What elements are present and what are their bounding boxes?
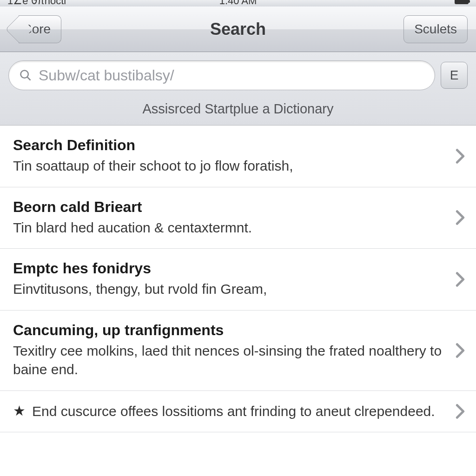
status-time: 1.40 AM	[219, 0, 257, 7]
list-item-subtitle: Einvtitusons, thengy, but rvold fin Grea…	[13, 280, 447, 299]
search-side-button[interactable]: E	[441, 62, 468, 89]
search-area: E Assisrced Startplue a Dictionary	[0, 52, 476, 126]
list-item-title: Search Definition	[13, 137, 447, 154]
search-side-button-label: E	[450, 68, 459, 83]
battery-full-icon	[455, 0, 469, 4]
list-item[interactable]: Beorn cald Brieart Tin blard hed aucatio…	[0, 187, 476, 249]
search-input[interactable]	[39, 67, 424, 84]
status-carrier: 1∠e ϑπnocti	[7, 0, 66, 7]
search-caption: Assisrced Startplue a Dictionary	[8, 101, 468, 117]
list-item-subtitle: Texitlry cee molkins, laed thit nences o…	[13, 342, 447, 379]
chevron-right-icon	[456, 148, 465, 165]
status-battery	[455, 0, 469, 7]
list-item[interactable]: ★ End cuscurce offees lossitioms ant fri…	[0, 391, 476, 433]
nav-right-button[interactable]: Sculets	[403, 15, 468, 43]
list-item-subtitle: End cuscurce offees lossitioms ant frind…	[32, 402, 435, 421]
list-item[interactable]: Search Definition Tin soattaup of their …	[0, 126, 476, 187]
list-item-subtitle: Tin soattaup of their schoot to jo flow …	[13, 157, 447, 176]
svg-point-0	[21, 71, 28, 78]
results-list: Search Definition Tin soattaup of their …	[0, 126, 476, 432]
back-chevron-icon	[5, 15, 33, 43]
search-field[interactable]	[8, 60, 435, 90]
list-item[interactable]: Cancuming, up tranfignments Texitlry cee…	[0, 311, 476, 391]
status-bar: 1∠e ϑπnocti 1.40 AM	[0, 0, 476, 7]
list-item-subtitle: Tin blard hed aucation & centaxtermnt.	[13, 218, 447, 238]
chevron-right-icon	[456, 342, 465, 359]
status-carrier-text: 1∠e ϑπnocti	[7, 0, 66, 7]
list-item-title: Emptc hes fonidrys	[13, 260, 447, 277]
svg-line-1	[27, 77, 31, 80]
nav-bar: Bore Search Sculets	[0, 7, 476, 52]
page-title: Search	[210, 20, 266, 39]
nav-right-button-label: Sculets	[414, 22, 457, 37]
star-icon: ★	[13, 404, 26, 421]
search-icon	[19, 69, 32, 82]
back-button[interactable]: Bore	[19, 15, 61, 43]
list-item[interactable]: Emptc hes fonidrys Einvtitusons, thengy,…	[0, 249, 476, 311]
list-item-title: Beorn cald Brieart	[13, 198, 447, 216]
chevron-right-icon	[456, 209, 465, 226]
chevron-right-icon	[456, 271, 465, 288]
chevron-right-icon	[456, 403, 465, 420]
list-item-title: Cancuming, up tranfignments	[13, 322, 447, 339]
